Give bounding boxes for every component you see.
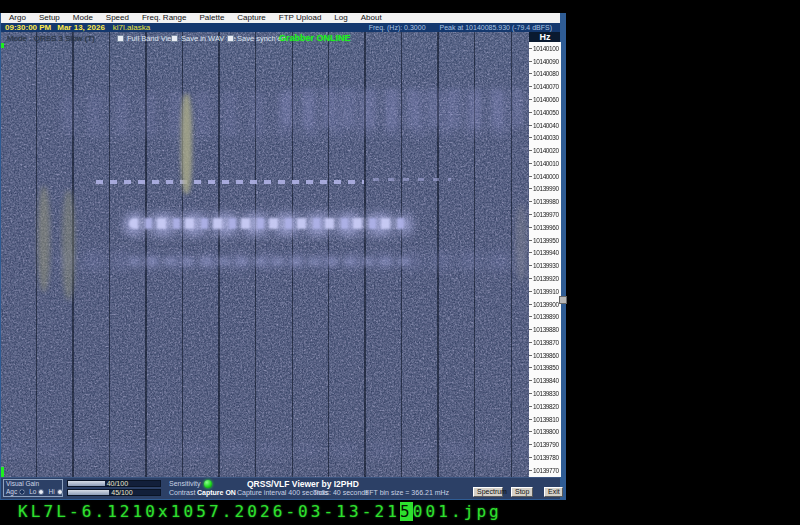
- tick-mark-icon: [529, 316, 532, 317]
- freq-label: 10139910: [533, 288, 559, 295]
- contrast-label: Contrast: [169, 489, 195, 496]
- fft-bin-size-label: FFT bin size = 366.21 mHz: [365, 489, 449, 496]
- freq-label: 10140000: [533, 173, 559, 180]
- freq-label: 10140040: [533, 122, 559, 129]
- freq-tick-row: 10140070: [529, 80, 561, 93]
- freq-tick-row: 10139860: [529, 349, 561, 362]
- freq-label: 10140070: [533, 83, 559, 90]
- slider-fill[interactable]: [68, 481, 105, 486]
- contrast-slider[interactable]: 45/100: [67, 489, 161, 496]
- checkbox-icon[interactable]: [227, 35, 234, 42]
- checkbox-icon[interactable]: [117, 35, 124, 42]
- mode-label: Mode : QRSS 3 Slow (T): [7, 34, 95, 43]
- peak-readout: Peak at 10140085.930 (-79.4 dBFS): [440, 24, 552, 31]
- radio-icon[interactable]: [57, 489, 63, 495]
- menu-item[interactable]: Argo: [9, 13, 26, 23]
- checkbox-icon[interactable]: [171, 35, 178, 42]
- tick-mark-icon: [529, 457, 532, 458]
- callsign-label: kl7l.alaska: [113, 23, 150, 32]
- radio-hi[interactable]: Hi: [48, 488, 62, 495]
- checkbox-full-band-view[interactable]: Full Band View: [117, 34, 177, 43]
- tick-mark-icon: [529, 176, 532, 177]
- visual-gain-title: Visual Gain: [6, 480, 39, 487]
- freq-label: 10140010: [533, 160, 559, 167]
- status-bar: 09:30:00 PM Mar 13, 2026 kl7l.alaska Fre…: [1, 23, 560, 32]
- menu-item[interactable]: About: [361, 13, 382, 23]
- tick-mark-icon: [529, 86, 532, 87]
- tick-mark-icon: [529, 163, 532, 164]
- radio-agc[interactable]: Agc: [6, 488, 25, 495]
- freq-label: 10139830: [533, 390, 559, 397]
- menu-item[interactable]: Speed: [106, 13, 129, 23]
- freq-label: 10139970: [533, 211, 559, 218]
- visual-gain-group: Visual Gain Agc Lo Hi: [3, 479, 63, 497]
- tick-mark-icon: [529, 252, 532, 253]
- argo-app-window: ArgoSetupModeSpeedFreq. RangePaletteCapt…: [0, 13, 566, 500]
- tick-mark-icon: [529, 393, 532, 394]
- tick-mark-icon: [529, 240, 532, 241]
- tick-mark-icon: [529, 150, 532, 151]
- freq-peak-marker[interactable]: [559, 296, 567, 304]
- menu-item[interactable]: Setup: [39, 13, 60, 23]
- app-title: QRSS/VLF Viewer by I2PHD: [247, 479, 359, 489]
- freq-label: 10140030: [533, 134, 559, 141]
- menu-item[interactable]: FTP Upload: [279, 13, 322, 23]
- tick-mark-icon: [529, 419, 532, 420]
- checkbox-save-synched[interactable]: Save synch'ed: [227, 34, 286, 43]
- capture-on-label: Capture ON: [197, 489, 236, 496]
- freq-label: 10139780: [533, 454, 559, 461]
- filename-text: KL7L-6.1210x1057.2026-03-13-21: [18, 502, 400, 521]
- freq-label: 10139800: [533, 428, 559, 435]
- freq-label: 10139770: [533, 467, 559, 474]
- tick-mark-icon: [529, 214, 532, 215]
- menu-item[interactable]: Log: [334, 13, 347, 23]
- radio-label: Hi: [48, 488, 54, 495]
- spectrum-button[interactable]: Spectrum: [473, 487, 503, 497]
- freq-label: 10139920: [533, 275, 559, 282]
- freq-label: 10139790: [533, 441, 559, 448]
- tick-mark-icon: [529, 380, 532, 381]
- radio-icon[interactable]: [38, 489, 44, 495]
- slider-value: 40/100: [107, 480, 128, 487]
- freq-tick-row: 10140040: [529, 119, 561, 132]
- clock-time: 09:30:00 PM: [5, 23, 51, 32]
- freq-label: 10139900: [533, 301, 559, 308]
- slider-fill[interactable]: [68, 490, 109, 495]
- tick-mark-icon: [529, 201, 532, 202]
- freq-tick-row: 10140080: [529, 68, 561, 81]
- freq-tick-row: 10139780: [529, 451, 561, 464]
- menu-item[interactable]: Freq. Range: [142, 13, 186, 23]
- freq-label: 10140060: [533, 96, 559, 103]
- tick-mark-icon: [529, 112, 532, 113]
- freq-tick-row: 10139850: [529, 362, 561, 375]
- freq-tick-row: 10139770: [529, 464, 561, 477]
- tick-mark-icon: [529, 73, 532, 74]
- freq-tick-row: 10140060: [529, 93, 561, 106]
- tick-mark-icon: [529, 431, 532, 432]
- freq-tick-row: 10139970: [529, 208, 561, 221]
- freq-label: 10139950: [533, 237, 559, 244]
- freq-label: 10139940: [533, 249, 559, 256]
- freq-tick-row: 10139940: [529, 247, 561, 260]
- sensitivity-slider[interactable]: 40/100: [67, 480, 161, 487]
- freq-tick-row: 10139830: [529, 387, 561, 400]
- freq-label: 10140020: [533, 147, 559, 154]
- freq-axis-scale: 10140100 10140090 10140080 10140070 1014…: [529, 42, 561, 477]
- tick-mark-icon: [529, 99, 532, 100]
- tick-mark-icon: [529, 61, 532, 62]
- menu-item[interactable]: Palette: [199, 13, 224, 23]
- visual-gain-radios: Agc Lo Hi: [6, 488, 63, 495]
- freq-axis-unit: Hz: [529, 32, 561, 42]
- tick-mark-icon: [529, 329, 532, 330]
- menu-item[interactable]: Mode: [73, 13, 93, 23]
- freq-tick-row: 10139790: [529, 438, 561, 451]
- menu-item[interactable]: Capture: [237, 13, 265, 23]
- freq-tick-row: 10140090: [529, 55, 561, 68]
- exit-button[interactable]: Exit: [544, 487, 563, 497]
- tick-mark-icon: [529, 48, 532, 49]
- tick-mark-icon: [529, 137, 532, 138]
- radio-lo[interactable]: Lo: [29, 488, 44, 495]
- spectrogram-waterfall[interactable]: Mode : QRSS 3 Slow (T) Full Band View Sa…: [1, 32, 529, 477]
- stop-button[interactable]: Stop: [511, 487, 533, 497]
- radio-icon[interactable]: [19, 489, 25, 495]
